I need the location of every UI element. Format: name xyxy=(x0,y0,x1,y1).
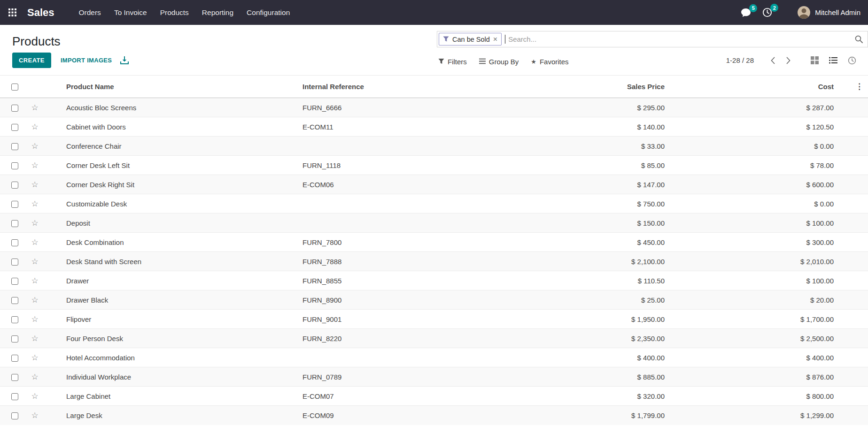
row-checkbox[interactable] xyxy=(11,201,18,208)
product-name-cell[interactable]: Desk Stand with Screen xyxy=(45,252,301,271)
internal-reference-cell[interactable]: FURN_7888 xyxy=(301,252,517,271)
table-row[interactable]: ☆ Customizable Desk $ 750.00 $ 0.00 xyxy=(0,194,868,213)
row-checkbox[interactable] xyxy=(11,412,18,419)
row-checkbox[interactable] xyxy=(11,239,18,246)
favorite-star-icon[interactable]: ☆ xyxy=(31,411,38,420)
search-bar[interactable]: Can be Sold × xyxy=(437,31,868,47)
product-name-cell[interactable]: Customizable Desk xyxy=(45,194,301,213)
sales-price-cell[interactable]: $ 1,950.00 xyxy=(517,310,667,329)
sales-price-cell[interactable]: $ 885.00 xyxy=(517,367,667,387)
internal-reference-cell[interactable]: FURN_9001 xyxy=(301,310,517,329)
table-row[interactable]: ☆ Corner Desk Right Sit E-COM06 $ 147.00… xyxy=(0,175,868,194)
nav-menu-item-reporting[interactable]: Reporting xyxy=(195,0,240,25)
group-by-button[interactable]: Group By xyxy=(479,57,519,65)
internal-reference-cell[interactable]: FURN_0789 xyxy=(301,367,517,387)
internal-reference-cell[interactable]: E-COM07 xyxy=(301,387,517,406)
favorites-button[interactable]: ★ Favorites xyxy=(531,57,568,65)
product-name-cell[interactable]: Drawer xyxy=(45,271,301,290)
table-row[interactable]: ☆ Drawer FURN_8855 $ 110.50 $ 100.00 xyxy=(0,271,868,290)
internal-reference-cell[interactable]: FURN_8220 xyxy=(301,329,517,348)
app-name[interactable]: Sales xyxy=(27,7,54,19)
column-header-sales-price[interactable]: Sales Price xyxy=(517,76,667,98)
internal-reference-cell[interactable]: E-COM09 xyxy=(301,406,517,425)
cost-cell[interactable]: $ 20.00 xyxy=(667,290,836,310)
sales-price-cell[interactable]: $ 450.00 xyxy=(517,233,667,252)
cost-cell[interactable]: $ 100.00 xyxy=(667,213,836,233)
search-facet[interactable]: Can be Sold × xyxy=(439,33,502,46)
product-name-cell[interactable]: Drawer Black xyxy=(45,290,301,310)
favorite-star-icon[interactable]: ☆ xyxy=(31,103,38,112)
list-view-button[interactable] xyxy=(824,54,843,66)
product-name-cell[interactable]: Hotel Accommodation xyxy=(45,348,301,367)
sales-price-cell[interactable]: $ 33.00 xyxy=(517,137,667,156)
row-checkbox[interactable] xyxy=(11,143,18,150)
row-checkbox[interactable] xyxy=(11,259,18,266)
table-row[interactable]: ☆ Desk Combination FURN_7800 $ 450.00 $ … xyxy=(0,233,868,252)
favorite-star-icon[interactable]: ☆ xyxy=(31,276,38,285)
table-row[interactable]: ☆ Individual Workplace FURN_0789 $ 885.0… xyxy=(0,367,868,387)
pager-next-button[interactable] xyxy=(781,54,796,67)
table-row[interactable]: ☆ Deposit $ 150.00 $ 100.00 xyxy=(0,213,868,233)
favorite-star-icon[interactable]: ☆ xyxy=(31,180,38,189)
optional-columns-toggle[interactable]: ⋮ xyxy=(855,82,863,91)
product-name-cell[interactable]: Individual Workplace xyxy=(45,367,301,387)
column-header-cost[interactable]: Cost xyxy=(667,76,836,98)
sales-price-cell[interactable]: $ 750.00 xyxy=(517,194,667,213)
internal-reference-cell[interactable]: FURN_6666 xyxy=(301,98,517,117)
cost-cell[interactable]: $ 1,700.00 xyxy=(667,310,836,329)
nav-menu-item-orders[interactable]: Orders xyxy=(72,0,108,25)
import-images-button[interactable]: IMPORT IMAGES xyxy=(61,57,112,64)
sales-price-cell[interactable]: $ 2,350.00 xyxy=(517,329,667,348)
favorite-star-icon[interactable]: ☆ xyxy=(31,122,38,131)
table-row[interactable]: ☆ Desk Stand with Screen FURN_7888 $ 2,1… xyxy=(0,252,868,271)
product-name-cell[interactable]: Four Person Desk xyxy=(45,329,301,348)
internal-reference-cell[interactable]: FURN_1118 xyxy=(301,156,517,175)
sales-price-cell[interactable]: $ 25.00 xyxy=(517,290,667,310)
favorite-star-icon[interactable]: ☆ xyxy=(31,257,38,266)
messages-button[interactable]: 5 xyxy=(735,3,757,22)
cost-cell[interactable]: $ 600.00 xyxy=(667,175,836,194)
column-header-product-name[interactable]: Product Name xyxy=(45,76,301,98)
row-checkbox[interactable] xyxy=(11,335,18,342)
table-row[interactable]: ☆ Corner Desk Left Sit FURN_1118 $ 85.00… xyxy=(0,156,868,175)
cost-cell[interactable]: $ 0.00 xyxy=(667,194,836,213)
export-icon[interactable] xyxy=(120,56,129,64)
favorite-star-icon[interactable]: ☆ xyxy=(31,199,38,208)
sales-price-cell[interactable]: $ 295.00 xyxy=(517,98,667,117)
activity-view-button[interactable] xyxy=(843,54,861,67)
product-name-cell[interactable]: Flipover xyxy=(45,310,301,329)
sales-price-cell[interactable]: $ 147.00 xyxy=(517,175,667,194)
nav-menu-item-configuration[interactable]: Configuration xyxy=(240,0,296,25)
table-row[interactable]: ☆ Large Cabinet E-COM07 $ 320.00 $ 800.0… xyxy=(0,387,868,406)
row-checkbox[interactable] xyxy=(11,105,18,112)
activities-button[interactable]: 2 xyxy=(757,3,778,22)
search-input[interactable] xyxy=(505,35,855,43)
row-checkbox[interactable] xyxy=(11,393,18,400)
favorite-star-icon[interactable]: ☆ xyxy=(31,392,38,401)
row-checkbox[interactable] xyxy=(11,162,18,169)
cost-cell[interactable]: $ 876.00 xyxy=(667,367,836,387)
select-all-checkbox[interactable] xyxy=(11,84,18,91)
pager-previous-button[interactable] xyxy=(765,54,781,67)
kanban-view-button[interactable] xyxy=(806,54,824,67)
sales-price-cell[interactable]: $ 85.00 xyxy=(517,156,667,175)
internal-reference-cell[interactable] xyxy=(301,194,517,213)
apps-menu-icon[interactable] xyxy=(0,0,24,25)
sales-price-cell[interactable]: $ 150.00 xyxy=(517,213,667,233)
sales-price-cell[interactable]: $ 110.50 xyxy=(517,271,667,290)
cost-cell[interactable]: $ 120.50 xyxy=(667,117,836,137)
favorite-star-icon[interactable]: ☆ xyxy=(31,161,38,170)
favorite-star-icon[interactable]: ☆ xyxy=(31,219,38,228)
search-icon[interactable] xyxy=(855,35,863,43)
favorite-star-icon[interactable]: ☆ xyxy=(31,334,38,343)
internal-reference-cell[interactable]: E-COM11 xyxy=(301,117,517,137)
favorite-star-icon[interactable]: ☆ xyxy=(31,353,38,362)
row-checkbox[interactable] xyxy=(11,355,18,362)
cost-cell[interactable]: $ 78.00 xyxy=(667,156,836,175)
row-checkbox[interactable] xyxy=(11,124,18,131)
create-button[interactable]: CREATE xyxy=(12,53,51,68)
product-name-cell[interactable]: Large Desk xyxy=(45,406,301,425)
cost-cell[interactable]: $ 1,299.00 xyxy=(667,406,836,425)
cost-cell[interactable]: $ 0.00 xyxy=(667,137,836,156)
cost-cell[interactable]: $ 2,500.00 xyxy=(667,329,836,348)
